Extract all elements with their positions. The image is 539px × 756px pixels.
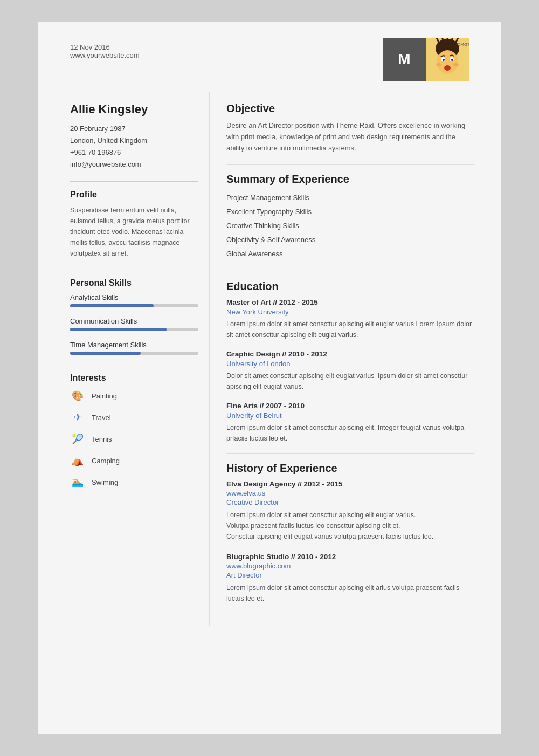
skill-analytical-bar-bg xyxy=(70,304,198,307)
contact-email: info@yourwebsite.com xyxy=(70,159,198,170)
applicant-name: Allie Kingsley xyxy=(70,102,198,116)
skill-time-bar-bg xyxy=(70,352,198,355)
edu-item-3: Fine Arts // 2007 - 2010 Univerity of Be… xyxy=(226,402,474,444)
skill-analytical-label: Analytical Skills xyxy=(70,293,198,301)
interests-title: Interests xyxy=(70,373,198,383)
svg-point-13 xyxy=(436,63,441,66)
exp-desc-2: Lorem ipsum dolor sit amet conscttur api… xyxy=(226,582,474,604)
objective-title: Objective xyxy=(226,102,474,115)
swim-icon: 🏊 xyxy=(70,475,85,490)
edu-desc-3: Lorem ipsum dolor sit amet conscttur api… xyxy=(226,422,474,444)
header-info: 12 Nov 2016 www.yourwebsite.com xyxy=(70,43,140,59)
edu-school-2: University of London xyxy=(226,360,474,368)
edu-item-1: Master of Art // 2012 - 2015 New York Un… xyxy=(226,298,474,340)
interests-section: Interests 🎨 Painting ✈ Travel 🎾 Tennis ⛺… xyxy=(70,373,198,490)
skill-communication-bar-bg xyxy=(70,328,198,331)
interest-travel-label: Travel xyxy=(92,414,111,422)
painting-icon: 🎨 xyxy=(70,388,85,403)
divider-2 xyxy=(70,270,198,270)
skill-communication-bar-fill xyxy=(70,328,167,331)
contact-location: London, United Kingdom xyxy=(70,135,198,147)
skill-time-label: Time Management Skills xyxy=(70,341,198,349)
avatar-letter: M xyxy=(383,38,426,81)
right-divider-1 xyxy=(226,164,474,165)
divider-1 xyxy=(70,181,198,182)
right-divider-3 xyxy=(226,453,474,454)
resume-page: 12 Nov 2016 www.yourwebsite.com M xyxy=(38,22,501,734)
edu-degree-1: Master of Art // 2012 - 2015 xyxy=(226,298,474,306)
contact-phone: +961 70 196876 xyxy=(70,147,198,159)
summary-item-4: Objectivity & Self Awareness xyxy=(226,233,474,247)
edu-degree-2: Graphic Design // 2010 - 2012 xyxy=(226,350,474,358)
exp-item-1: Elva Design Agency // 2012 - 2015 www.el… xyxy=(226,480,474,542)
summary-item-5: Global Awareness xyxy=(226,247,474,261)
main-content: Allie Kingsley 20 February 1987 London, … xyxy=(38,92,501,626)
left-column: Allie Kingsley 20 February 1987 London, … xyxy=(59,92,210,626)
history-title: History of Experience xyxy=(226,462,474,475)
summary-item-2: Excellent Typography Skills xyxy=(226,205,474,219)
profile-text: Suspendisse ferm entum velit nulla, euis… xyxy=(70,205,198,259)
edu-item-2: Graphic Design // 2010 - 2012 University… xyxy=(226,350,474,392)
header: 12 Nov 2016 www.yourwebsite.com M xyxy=(38,22,501,92)
skill-analytical-bar-fill xyxy=(70,304,154,307)
header-date: 12 Nov 2016 xyxy=(70,43,140,51)
exp-url-1: www.elva.us xyxy=(226,489,474,497)
objective-text: Desire an Art Director position with The… xyxy=(226,120,474,154)
svg-point-14 xyxy=(453,63,459,66)
interest-camping-label: Camping xyxy=(92,457,120,465)
edu-school-3: Univerity of Beirut xyxy=(226,411,474,420)
avatar-cartoon: OMG?! xyxy=(426,38,469,81)
interest-travel: ✈ Travel xyxy=(70,410,198,425)
tennis-icon: 🎾 xyxy=(70,431,85,446)
interest-camping: ⛺ Camping xyxy=(70,453,198,468)
camping-icon: ⛺ xyxy=(70,453,85,468)
exp-desc-1: Lorem ipsum dolor sit amet conscttur api… xyxy=(226,510,474,542)
summary-items: Project Management Skills Excellent Typo… xyxy=(226,191,474,261)
skill-time-bar-fill xyxy=(70,352,141,355)
header-avatars: M xyxy=(383,38,469,81)
header-website: www.yourwebsite.com xyxy=(70,51,140,59)
edu-desc-1: Lorem ipsum dolor sit amet conscttur api… xyxy=(226,319,474,340)
skill-communication: Communication Skills xyxy=(70,317,198,331)
interest-painting: 🎨 Painting xyxy=(70,388,198,403)
skill-time: Time Management Skills xyxy=(70,341,198,355)
exp-item-2: Blugraphic Studio // 2010 - 2012 www.blu… xyxy=(226,553,474,604)
edu-school-1: New York University xyxy=(226,308,474,316)
exp-company-1: Elva Design Agency // 2012 - 2015 xyxy=(226,480,474,488)
contact-dob: 20 February 1987 xyxy=(70,123,198,135)
exp-company-2: Blugraphic Studio // 2010 - 2012 xyxy=(226,553,474,561)
svg-line-5 xyxy=(452,38,453,41)
svg-point-10 xyxy=(443,59,445,61)
skill-analytical: Analytical Skills xyxy=(70,293,198,307)
summary-title: Summary of Experience xyxy=(226,173,474,185)
exp-title-1: Creative Director xyxy=(226,498,474,506)
exp-title-2: Art Director xyxy=(226,571,474,579)
edu-desc-2: Dolor sit amet conscttur apiscing elit e… xyxy=(226,370,474,392)
interest-painting-label: Painting xyxy=(92,392,117,400)
interest-swiming-label: Swiming xyxy=(92,478,118,486)
edu-degree-3: Fine Arts // 2007 - 2010 xyxy=(226,402,474,410)
summary-item-3: Creative Thinking Skills xyxy=(226,219,474,233)
summary-item-1: Project Management Skills xyxy=(226,191,474,205)
interest-swiming: 🏊 Swiming xyxy=(70,475,198,490)
svg-point-12 xyxy=(444,65,451,71)
profile-title: Profile xyxy=(70,190,198,200)
interest-tennis-label: Tennis xyxy=(92,435,112,443)
divider-3 xyxy=(70,365,198,365)
svg-point-11 xyxy=(451,59,453,61)
right-column: Objective Desire an Art Director positio… xyxy=(226,92,480,626)
svg-line-3 xyxy=(442,38,443,41)
education-title: Education xyxy=(226,280,474,293)
interest-tennis: 🎾 Tennis xyxy=(70,431,198,446)
skills-title: Personal Skills xyxy=(70,278,198,288)
svg-text:OMG?!: OMG?! xyxy=(457,42,469,47)
exp-url-2: www.blugraphic.com xyxy=(226,562,474,570)
contact-info: 20 February 1987 London, United Kingdom … xyxy=(70,123,198,170)
skill-communication-label: Communication Skills xyxy=(70,317,198,325)
travel-icon: ✈ xyxy=(70,410,85,425)
right-divider-2 xyxy=(226,272,474,272)
